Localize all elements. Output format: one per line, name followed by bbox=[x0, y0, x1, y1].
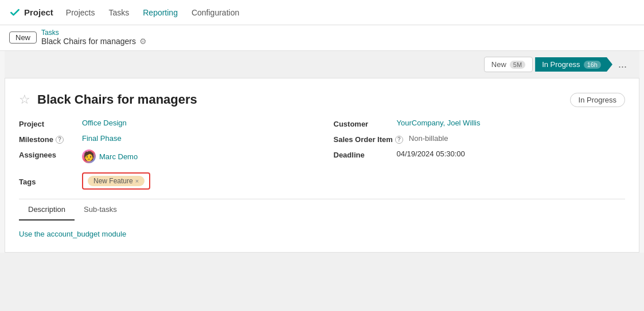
nav-projects[interactable]: Projects bbox=[60, 5, 101, 21]
avatar-emoji: 🧑 bbox=[83, 152, 95, 161]
status-dropdown-button[interactable]: In Progress bbox=[570, 93, 625, 107]
nav-reporting[interactable]: Reporting bbox=[137, 5, 184, 21]
project-value[interactable]: Office Design bbox=[82, 119, 127, 127]
milestone-value[interactable]: Final Phase bbox=[82, 134, 122, 143]
avatar[interactable]: 🧑 bbox=[82, 149, 96, 163]
new-status-badge: 5M bbox=[510, 61, 525, 69]
breadcrumb-page-title: Black Chairs for managers bbox=[41, 37, 136, 46]
in-progress-label: In Progress bbox=[542, 60, 580, 69]
deadline-label: Deadline bbox=[334, 149, 391, 159]
customer-value[interactable]: YourCompany, Joel Willis bbox=[397, 119, 481, 127]
description-content[interactable]: Use the account_budget module bbox=[19, 221, 625, 252]
assignee-group: 🧑 Marc Demo bbox=[82, 149, 138, 163]
tab-description[interactable]: Description bbox=[19, 199, 75, 221]
nav-tasks[interactable]: Tasks bbox=[103, 5, 135, 21]
tags-box: New Feature × bbox=[82, 172, 150, 190]
deadline-field: Deadline 04/19/2024 05:30:00 bbox=[334, 149, 626, 163]
in-progress-badge: 16h bbox=[584, 61, 601, 69]
new-button[interactable]: New bbox=[9, 32, 37, 44]
new-status-label: New bbox=[491, 60, 506, 69]
breadcrumb-current: Black Chairs for managers ⚙ bbox=[41, 37, 147, 46]
in-progress-status-button[interactable]: In Progress 16h bbox=[535, 57, 612, 72]
sales-order-label: Sales Order Item ? bbox=[334, 134, 403, 144]
task-header: ☆ Black Chairs for managers In Progress bbox=[19, 92, 625, 107]
assignee-name[interactable]: Marc Demo bbox=[99, 152, 138, 161]
status-bar: New 5M In Progress 16h ... bbox=[5, 51, 639, 78]
task-title-group: ☆ Black Chairs for managers bbox=[19, 92, 197, 107]
milestone-label: Milestone ? bbox=[19, 134, 76, 144]
breadcrumb-tasks-link[interactable]: Tasks bbox=[41, 29, 147, 37]
new-status-button[interactable]: New 5M bbox=[484, 57, 533, 72]
tag-item[interactable]: New Feature × bbox=[88, 176, 145, 186]
more-status-button[interactable]: ... bbox=[615, 58, 630, 70]
fields-grid: Project Office Design Customer YourCompa… bbox=[19, 119, 625, 163]
app-name: Project bbox=[24, 7, 53, 17]
star-icon[interactable]: ☆ bbox=[19, 92, 30, 107]
customer-field: Customer YourCompany, Joel Willis bbox=[334, 119, 626, 128]
project-label: Project bbox=[19, 119, 76, 128]
milestone-help-icon[interactable]: ? bbox=[56, 136, 64, 144]
project-field: Project Office Design bbox=[19, 119, 311, 128]
assignees-field: Assignees 🧑 Marc Demo bbox=[19, 149, 311, 163]
sales-order-help-icon[interactable]: ? bbox=[395, 136, 403, 144]
tab-subtasks[interactable]: Sub-tasks bbox=[75, 199, 126, 221]
sales-order-value[interactable]: Non-billable bbox=[409, 134, 448, 143]
top-navigation: Project Projects Tasks Reporting Configu… bbox=[0, 0, 644, 25]
nav-configuration[interactable]: Configuration bbox=[186, 5, 245, 21]
milestone-field: Milestone ? Final Phase bbox=[19, 134, 311, 144]
app-logo[interactable]: Project bbox=[9, 7, 53, 18]
tabs-bar: Description Sub-tasks bbox=[19, 199, 625, 221]
tags-label: Tags bbox=[19, 176, 76, 186]
tag-name: New Feature bbox=[93, 177, 133, 185]
tags-row: Tags New Feature × bbox=[19, 172, 625, 190]
deadline-value[interactable]: 04/19/2024 05:30:00 bbox=[397, 149, 465, 158]
assignees-label: Assignees bbox=[19, 149, 76, 159]
breadcrumb-bar: New Tasks Black Chairs for managers ⚙ bbox=[0, 25, 644, 51]
breadcrumb: Tasks Black Chairs for managers ⚙ bbox=[41, 29, 147, 46]
customer-label: Customer bbox=[334, 119, 391, 128]
task-title: Black Chairs for managers bbox=[37, 92, 197, 107]
gear-icon[interactable]: ⚙ bbox=[139, 37, 147, 46]
task-card: ☆ Black Chairs for managers In Progress … bbox=[5, 78, 639, 253]
tag-remove-button[interactable]: × bbox=[135, 178, 139, 184]
sales-order-field: Sales Order Item ? Non-billable bbox=[334, 134, 626, 144]
